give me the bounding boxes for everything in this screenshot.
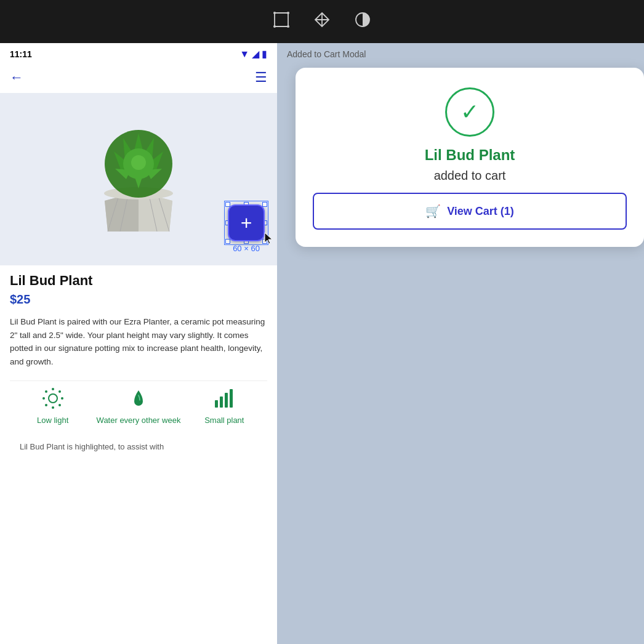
phone-screen: 11:11 ▼ ◢ ▮ ← ☰	[0, 43, 277, 644]
success-circle: ✓	[445, 87, 494, 137]
signal-icon: ◢	[252, 48, 259, 60]
care-item-light: Low light	[10, 386, 95, 426]
svg-rect-25	[225, 393, 228, 408]
svg-point-19	[45, 390, 47, 393]
right-panel: Added to Cart Modal ✓ Lil Bud Plant adde…	[277, 43, 644, 644]
contrast-icon[interactable]	[355, 12, 371, 31]
svg-point-21	[45, 404, 47, 406]
product-name: Lil Bud Plant	[10, 273, 267, 289]
svg-rect-24	[220, 396, 223, 408]
svg-point-16	[52, 406, 54, 409]
svg-rect-26	[230, 389, 233, 408]
svg-point-17	[42, 397, 45, 400]
water-label: Water every other week	[97, 416, 181, 426]
view-cart-button[interactable]: 🛒 View Cart (1)	[313, 193, 627, 230]
svg-point-1	[273, 12, 276, 14]
small-plant-label: Small plant	[204, 416, 244, 426]
handle-br	[262, 239, 267, 244]
care-item-size: Small plant	[182, 386, 267, 426]
product-price: $25	[10, 292, 267, 307]
svg-point-14	[49, 394, 57, 403]
product-description: Lil Bud Plant is paired with our Ezra Pl…	[10, 315, 267, 368]
handle-tr	[262, 202, 267, 207]
svg-point-2	[287, 12, 289, 14]
status-icons: ▼ ◢ ▮	[239, 48, 267, 60]
status-bar: 11:11 ▼ ◢ ▮	[0, 43, 277, 65]
status-time: 11:11	[10, 49, 32, 59]
svg-point-20	[58, 390, 61, 393]
back-arrow[interactable]: ←	[10, 70, 23, 86]
add-btn-wrapper	[228, 204, 265, 241]
diamond-icon[interactable]	[314, 12, 330, 31]
top-toolbar	[0, 0, 644, 43]
battery-icon: ▮	[262, 48, 267, 60]
add-to-cart-overlay: 60 × 60	[228, 204, 265, 253]
svg-point-22	[58, 404, 61, 406]
svg-rect-23	[215, 400, 218, 408]
svg-point-13	[131, 155, 146, 170]
hamburger-menu[interactable]: ☰	[255, 70, 267, 86]
svg-point-18	[61, 397, 63, 400]
handle-bl	[225, 239, 230, 244]
nav-bar: ← ☰	[0, 65, 277, 93]
add-to-cart-button[interactable]	[228, 204, 265, 241]
phone-panel: tail 11:11 ▼ ◢ ▮ ← ☰	[0, 43, 277, 644]
care-row: Low light Water every other week	[10, 380, 267, 433]
cart-icon: 🛒	[425, 204, 441, 219]
view-cart-label: View Cart (1)	[447, 205, 514, 218]
plant-image-area: 60 × 60	[0, 93, 277, 265]
care-item-water: Water every other week	[95, 386, 181, 426]
svg-rect-0	[275, 13, 288, 26]
checkmark-icon: ✓	[461, 101, 479, 123]
bottom-description: Lil Bud Plant is highlighted, to assist …	[10, 433, 267, 461]
product-info: Lil Bud Plant $25 Lil Bud Plant is paire…	[0, 265, 277, 468]
frame-icon[interactable]	[273, 12, 289, 31]
size-label: 60 × 60	[233, 244, 260, 253]
svg-point-4	[287, 25, 289, 28]
low-light-label: Low light	[37, 416, 68, 426]
wifi-icon: ▼	[239, 49, 249, 60]
modal-product-name: Lil Bud Plant	[425, 147, 515, 164]
main-area: tail 11:11 ▼ ◢ ▮ ← ☰	[0, 43, 644, 644]
right-panel-label: Added to Cart Modal	[287, 49, 366, 59]
sun-icon	[41, 386, 65, 411]
bars-icon	[212, 386, 236, 411]
modal-subtitle: added to cart	[434, 169, 506, 183]
svg-point-15	[52, 388, 54, 390]
modal-card: ✓ Lil Bud Plant added to cart 🛒 View Car…	[296, 68, 644, 247]
water-drop-icon	[126, 386, 151, 411]
svg-point-3	[273, 25, 276, 28]
plant-illustration	[58, 102, 219, 256]
